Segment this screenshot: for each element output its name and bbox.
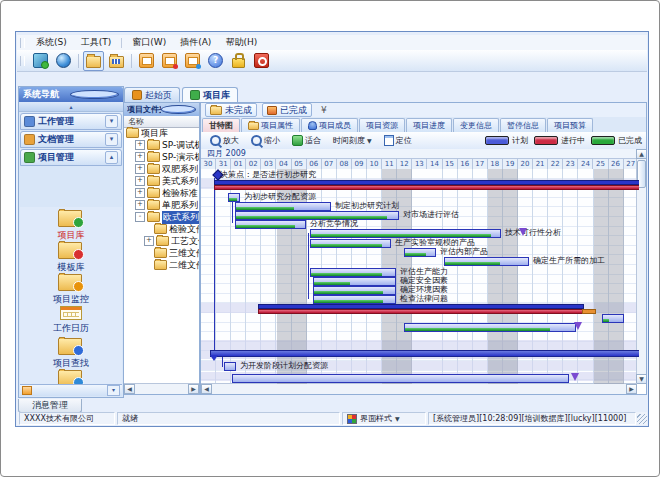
tree-node[interactable]: +工艺文件 xyxy=(124,235,199,247)
message-button[interactable] xyxy=(136,51,157,71)
message-read-button[interactable] xyxy=(182,51,203,71)
task-bar[interactable] xyxy=(404,248,436,257)
task-bar[interactable] xyxy=(224,362,236,371)
scroll-left-icon[interactable]: ◀ xyxy=(124,384,135,394)
gantt-horizontal-scrollbar[interactable]: ◀ ▶ xyxy=(201,383,637,394)
gantt-chart-area[interactable]: 决策点：是否进行初步研究为初步研究分配资源制定初步研究计划对市场进行评估分析竞争… xyxy=(201,169,639,384)
detail-tab-项目成员[interactable]: 项目成员 xyxy=(301,118,358,132)
tree-horizontal-scrollbar[interactable]: ◀ ▶ xyxy=(124,383,199,394)
task-bar[interactable] xyxy=(228,193,240,202)
detail-tab-变更信息[interactable]: 变更信息 xyxy=(453,118,499,132)
task-bar[interactable] xyxy=(235,220,306,229)
expander-icon[interactable]: + xyxy=(135,152,145,162)
detail-tab-项目进度[interactable]: 项目进度 xyxy=(406,118,452,132)
stop-button[interactable] xyxy=(251,51,272,71)
scroll-right-icon[interactable]: ▶ xyxy=(626,384,637,394)
detail-tab-甘特图[interactable]: 甘特图 xyxy=(202,118,240,132)
task-bar[interactable] xyxy=(310,229,501,238)
sidebar-item[interactable]: 工作日历 xyxy=(20,303,122,335)
expander-icon[interactable]: + xyxy=(135,176,145,186)
detail-tab-暂停信息[interactable]: 暂停信息 xyxy=(500,118,546,132)
sidebar-panel-工作管理[interactable]: 工作管理▾ xyxy=(20,113,122,130)
tree-node[interactable]: +SP-调试机系 xyxy=(124,139,199,151)
task-bar[interactable] xyxy=(310,239,391,248)
pin-icon[interactable] xyxy=(161,105,197,114)
gantt-tool-适合-button[interactable]: 适合 xyxy=(287,133,326,148)
tree-node[interactable]: -欧式系列 xyxy=(124,211,199,223)
detail-tab-项目预算[interactable]: 项目预算 xyxy=(547,118,593,132)
tree-node[interactable]: +单肥系列 xyxy=(124,199,199,211)
expander-icon[interactable]: + xyxy=(135,164,145,174)
lock-button[interactable] xyxy=(228,51,249,71)
summary-active-bar[interactable] xyxy=(214,185,639,190)
summary-bar[interactable] xyxy=(210,350,639,357)
task-bar[interactable] xyxy=(310,268,396,277)
chevron-down-icon[interactable]: ▾ xyxy=(105,115,118,128)
gantt-tool-定位-button[interactable]: 定位 xyxy=(379,133,417,148)
expander-icon[interactable]: - xyxy=(135,212,145,222)
help-button[interactable] xyxy=(205,51,226,71)
menu-item[interactable]: 工具(T) xyxy=(74,35,119,50)
menu-item[interactable]: 系统(S) xyxy=(29,35,74,50)
gantt-tool-时间刻度-button[interactable]: 时间刻度▼ xyxy=(328,133,377,148)
tab-项目库[interactable]: 项目库 xyxy=(182,87,238,102)
tab-起始页[interactable]: 起始页 xyxy=(124,87,180,102)
expander-icon[interactable]: + xyxy=(135,188,145,198)
filter-已完成-button[interactable]: 已完成 xyxy=(262,103,312,117)
gantt-tool-放大-button[interactable]: 放大 xyxy=(205,133,244,148)
filter-未完成-button[interactable]: 未完成 xyxy=(205,103,257,117)
pin-icon[interactable] xyxy=(70,90,119,99)
task-bar[interactable] xyxy=(602,314,624,323)
sidebar-item[interactable]: 任务查找 xyxy=(20,367,122,385)
sidebar-item[interactable]: 模板库 xyxy=(20,239,122,271)
globe-button[interactable] xyxy=(53,51,74,71)
tree-node[interactable]: 二维文件 xyxy=(124,259,199,271)
expand-group-button[interactable]: ▾ xyxy=(107,385,120,396)
message-management-tab[interactable]: 消息管理 xyxy=(18,399,82,413)
message-add-button[interactable] xyxy=(159,51,180,71)
detail-tab-项目属性[interactable]: 项目属性 xyxy=(241,118,300,132)
expander-icon[interactable]: + xyxy=(135,140,145,150)
folder-chart-button[interactable] xyxy=(106,51,127,71)
chevron-up-icon[interactable]: ▴ xyxy=(105,151,118,164)
menu-item[interactable]: 插件(A) xyxy=(173,35,218,50)
sidebar-panel-项目管理[interactable]: 项目管理▴ xyxy=(20,149,122,166)
sidebar-collapse-strip[interactable]: ▴ xyxy=(19,102,123,112)
tree-node[interactable]: 检验文件 xyxy=(124,223,199,235)
expander-icon[interactable]: + xyxy=(144,236,154,246)
system-monitor-button[interactable] xyxy=(30,51,51,71)
tree-node[interactable]: 项目库 xyxy=(124,127,199,139)
tree-node[interactable]: 三维文件 xyxy=(124,247,199,259)
menu-item[interactable]: 帮助(H) xyxy=(218,35,264,50)
summary-active-bar[interactable] xyxy=(258,309,584,314)
detail-tab-项目资源[interactable]: 项目资源 xyxy=(359,118,405,132)
scroll-up-icon[interactable]: ▲ xyxy=(636,149,647,159)
scroll-down-icon[interactable]: ▼ xyxy=(636,374,647,384)
task-bar[interactable] xyxy=(313,295,396,304)
task-bar[interactable] xyxy=(313,277,396,286)
tree-node[interactable]: +检验标准 xyxy=(124,187,199,199)
day-header-cell: 20 xyxy=(518,159,533,169)
task-bar[interactable] xyxy=(235,202,331,211)
chevron-down-icon[interactable]: ▾ xyxy=(105,133,118,146)
sidebar-panel-文档管理[interactable]: 文档管理▾ xyxy=(20,131,122,148)
filter-extra-button[interactable]: ¥ xyxy=(321,105,327,115)
resize-grip[interactable] xyxy=(637,414,647,424)
task-bar[interactable] xyxy=(444,257,529,266)
task-bar[interactable] xyxy=(404,323,576,332)
ui-style-button[interactable]: 界面样式 ▼ xyxy=(342,412,426,425)
menu-item[interactable]: 窗口(W) xyxy=(125,35,173,50)
scroll-left-icon[interactable]: ◀ xyxy=(201,384,212,394)
sidebar-item[interactable]: 项目监控 xyxy=(20,271,122,303)
task-bar[interactable] xyxy=(232,374,569,383)
gantt-tool-缩小-button[interactable]: 缩小 xyxy=(246,133,285,148)
tree-node[interactable]: +双肥系列 xyxy=(124,163,199,175)
tree-node[interactable]: +SP-演示机系 xyxy=(124,151,199,163)
open-folder-button[interactable] xyxy=(83,51,104,71)
sidebar-item[interactable]: 项目库 xyxy=(20,207,122,239)
expander-icon[interactable]: + xyxy=(135,200,145,210)
tree-node[interactable]: +美式系列 xyxy=(124,175,199,187)
task-bar[interactable] xyxy=(313,286,396,295)
scroll-right-icon[interactable]: ▶ xyxy=(188,384,199,394)
sidebar-item[interactable]: 项目查找 xyxy=(20,335,122,367)
